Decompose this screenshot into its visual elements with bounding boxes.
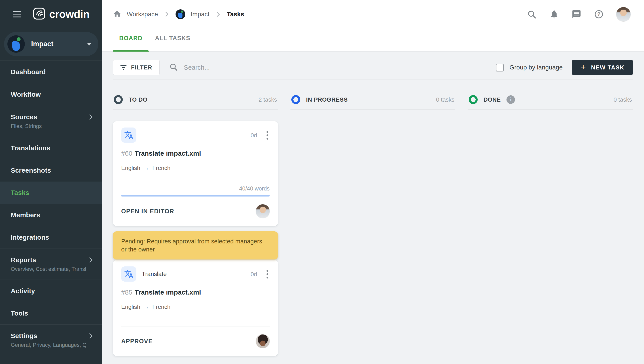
arrow-right-icon xyxy=(143,304,149,310)
active-tab-indicator xyxy=(113,50,149,52)
chevron-right-icon xyxy=(163,11,170,18)
project-switcher[interactable]: Impact xyxy=(4,32,98,56)
breadcrumb-project-avatar xyxy=(175,10,185,19)
sidebar-item-activity[interactable]: Activity xyxy=(0,280,102,302)
breadcrumb-project[interactable]: Impact xyxy=(191,11,209,18)
filter-icon xyxy=(120,65,127,70)
chevron-right-icon xyxy=(215,11,222,18)
home-icon[interactable] xyxy=(113,10,121,19)
kanban-board: TO DO 2 tasks 0d xyxy=(113,92,633,356)
sidebar-item-tasks[interactable]: Tasks xyxy=(0,182,102,204)
column-done: DONE i 0 tasks xyxy=(468,92,633,356)
column-in-progress: IN PROGRESS 0 tasks xyxy=(291,92,456,356)
search-box xyxy=(169,62,309,72)
column-in-progress-header: IN PROGRESS 0 tasks xyxy=(291,92,456,110)
sidebar-item-sources[interactable]: Sources Files, Strings xyxy=(0,106,102,137)
sidebar-item-translations[interactable]: Translations xyxy=(0,137,102,159)
project-name: Impact xyxy=(31,40,87,48)
user-avatar[interactable] xyxy=(616,7,630,22)
task-card-60[interactable]: 0d #60Translate impact.xml English Frenc… xyxy=(113,121,278,226)
sidebar-item-workflow[interactable]: Workflow xyxy=(0,83,102,106)
crowdin-app: crowdin Impact Dashboard Workflow Source… xyxy=(0,0,644,364)
new-task-button[interactable]: + NEW TASK xyxy=(572,60,633,75)
language-pair: English French xyxy=(121,304,270,310)
board-toolbar: FILTER Group by language + NEW TASK xyxy=(113,60,633,80)
notifications-icon[interactable] xyxy=(549,10,559,19)
help-icon[interactable]: ? xyxy=(594,10,604,19)
task-duration: 0d xyxy=(251,132,257,139)
column-todo: TO DO 2 tasks 0d xyxy=(113,92,278,356)
tab-board[interactable]: BOARD xyxy=(113,28,149,52)
task-menu-icon[interactable] xyxy=(265,269,270,280)
words-count: 40/40 words xyxy=(121,185,270,192)
task-type-label: Translate xyxy=(142,271,167,278)
project-switcher-section: Impact xyxy=(0,28,102,61)
progress-bar xyxy=(121,195,270,196)
sidebar-item-reports[interactable]: Reports Overview, Cost estimate, Transl… xyxy=(0,248,102,280)
sidebar: crowdin Impact Dashboard Workflow Source… xyxy=(0,0,102,364)
assignee-avatar[interactable] xyxy=(256,334,270,348)
top-bar: Workspace Impact Tasks xyxy=(102,0,644,52)
pending-approval-banner: Pending: Requires approval from selected… xyxy=(113,231,278,260)
task-menu-icon[interactable] xyxy=(265,130,270,141)
breadcrumb-current: Tasks xyxy=(227,11,244,18)
crowdin-logo[interactable]: crowdin xyxy=(33,7,90,21)
done-status-icon xyxy=(469,95,478,104)
arrow-right-icon xyxy=(143,164,149,172)
in-progress-count: 0 tasks xyxy=(436,96,454,103)
sidebar-nav: Dashboard Workflow Sources Files, String… xyxy=(0,61,102,364)
breadcrumb-workspace[interactable]: Workspace xyxy=(127,11,158,18)
chevron-right-icon xyxy=(87,256,95,264)
menu-icon[interactable] xyxy=(13,11,21,18)
sidebar-item-members[interactable]: Members xyxy=(0,204,102,226)
todo-status-icon xyxy=(114,95,123,104)
task-title: #60Translate impact.xml xyxy=(121,150,270,158)
filter-button[interactable]: FILTER xyxy=(113,60,160,75)
sidebar-item-screenshots[interactable]: Screenshots xyxy=(0,159,102,182)
project-avatar xyxy=(7,35,25,53)
info-icon[interactable]: i xyxy=(507,95,515,104)
done-count: 0 tasks xyxy=(613,96,632,103)
svg-text:?: ? xyxy=(597,11,601,17)
task-title: #85Translate impact.xml xyxy=(121,288,270,296)
group-by-language-label: Group by language xyxy=(509,64,563,71)
crowdin-logo-icon xyxy=(33,7,45,21)
task-id: #85 xyxy=(121,288,132,296)
search-icon xyxy=(169,62,178,72)
approve-button[interactable]: APPROVE xyxy=(121,338,152,345)
plus-icon: + xyxy=(580,62,586,72)
search-input[interactable] xyxy=(183,64,309,72)
crowdin-wordmark: crowdin xyxy=(49,8,90,20)
tasks-content: FILTER Group by language + NEW TASK xyxy=(102,52,644,364)
chevron-right-icon xyxy=(87,332,95,340)
chevron-right-icon xyxy=(87,113,95,121)
sidebar-item-integrations[interactable]: Integrations xyxy=(0,226,102,248)
main-area: Workspace Impact Tasks xyxy=(102,0,644,364)
column-done-header: DONE i 0 tasks xyxy=(468,92,633,110)
sidebar-item-settings[interactable]: Settings General, Privacy, Languages, Q… xyxy=(0,324,102,356)
top-icons: ? xyxy=(527,0,644,28)
chevron-down-icon xyxy=(87,43,92,46)
in-progress-status-icon xyxy=(291,95,300,104)
view-tabs: BOARD ALL TASKS xyxy=(102,28,644,52)
sidebar-item-dashboard[interactable]: Dashboard xyxy=(0,61,102,83)
group-by-language-checkbox[interactable] xyxy=(496,64,504,72)
messages-icon[interactable] xyxy=(572,10,581,19)
task-id: #60 xyxy=(121,150,132,157)
translate-icon xyxy=(121,266,136,282)
task-card-85[interactable]: Translate 0d #85Translate impact.xml Eng… xyxy=(113,260,278,356)
sidebar-header: crowdin xyxy=(0,0,102,28)
open-in-editor-button[interactable]: OPEN IN EDITOR xyxy=(121,208,174,215)
task-duration: 0d xyxy=(251,271,257,278)
column-todo-header: TO DO 2 tasks xyxy=(113,92,278,110)
tab-all-tasks[interactable]: ALL TASKS xyxy=(149,28,196,52)
translate-icon xyxy=(121,128,136,143)
language-pair: English French xyxy=(121,164,270,172)
assignee-avatar[interactable] xyxy=(256,204,270,218)
sidebar-item-tools[interactable]: Tools xyxy=(0,302,102,324)
search-icon[interactable] xyxy=(527,10,537,19)
todo-count: 2 tasks xyxy=(259,96,277,103)
